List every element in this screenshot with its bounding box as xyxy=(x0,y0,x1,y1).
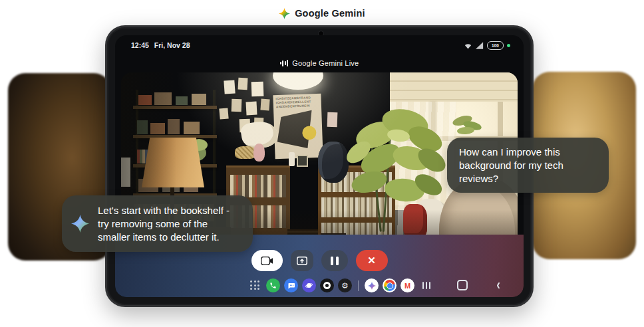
signal-icon xyxy=(476,42,484,49)
gemini-message-text: Let's start with the bookshelf - try rem… xyxy=(98,204,242,243)
battery-icon: 100 xyxy=(487,41,504,50)
gemini-sparkle-icon xyxy=(279,8,290,19)
camera-in-use-indicator xyxy=(507,44,510,47)
pause-icon xyxy=(336,257,339,265)
gmail-app-icon[interactable]: M xyxy=(401,278,414,292)
close-icon: ✕ xyxy=(367,255,376,267)
session-controls: ✕ xyxy=(115,249,524,272)
apps-grid-icon xyxy=(250,280,260,290)
user-message-text: How can I improve this background for my… xyxy=(459,146,564,184)
camera-lens-icon xyxy=(323,282,331,289)
screen-share-icon xyxy=(297,257,307,265)
phone-app-icon[interactable] xyxy=(266,278,280,292)
gemini-sparkle-icon xyxy=(71,215,89,233)
back-chevron-icon: ‹ xyxy=(496,278,500,292)
pause-button[interactable] xyxy=(321,250,348,271)
internet-app-icon[interactable] xyxy=(302,278,316,292)
screen-share-button[interactable] xyxy=(291,250,313,271)
settings-app-icon[interactable]: ⚙ xyxy=(338,278,352,292)
chrome-icon xyxy=(384,280,395,291)
date: Fri, Nov 28 xyxy=(154,41,190,49)
gear-icon: ⚙ xyxy=(341,282,349,290)
gmail-m-icon: M xyxy=(404,282,410,290)
planet-icon xyxy=(305,281,313,290)
stage: Google Gemini 12:45 Fri, Nov 28 xyxy=(0,0,644,327)
home-icon xyxy=(457,280,468,290)
messages-app-icon[interactable] xyxy=(284,278,298,292)
chat-bubble-icon xyxy=(287,282,295,290)
home-button[interactable] xyxy=(456,278,469,292)
google-gemini-logo: Google Gemini xyxy=(0,5,644,21)
pause-icon xyxy=(331,257,333,265)
logo-text: Google Gemini xyxy=(295,8,365,19)
recents-icon xyxy=(422,282,431,289)
nav-buttons: ‹ xyxy=(420,278,505,292)
gemini-star-icon xyxy=(368,282,376,290)
app-bar: Google Gemini Live xyxy=(115,56,524,70)
status-bar: 12:45 Fri, Nov 28 100 xyxy=(115,35,524,55)
gemini-live-icon xyxy=(280,60,289,66)
gemini-app-icon[interactable] xyxy=(365,278,379,292)
camera-app-icon[interactable] xyxy=(320,278,334,292)
app-drawer-button[interactable] xyxy=(248,278,262,292)
app-title: Google Gemini Live xyxy=(292,59,359,67)
recents-button[interactable] xyxy=(420,278,433,292)
wifi-icon xyxy=(464,42,472,49)
dock-divider xyxy=(358,280,359,291)
gemini-chat-bubble: Let's start with the bookshelf - try rem… xyxy=(62,195,253,252)
app-dock: ⚙ xyxy=(248,278,414,292)
phone-icon xyxy=(269,282,277,289)
chrome-app-icon[interactable] xyxy=(383,278,397,292)
camera-toggle-button[interactable] xyxy=(251,250,283,271)
end-session-button[interactable]: ✕ xyxy=(356,250,388,271)
video-camera-icon xyxy=(261,257,273,265)
clock: 12:45 xyxy=(131,41,149,49)
taskbar: ⚙ xyxy=(115,277,524,294)
user-chat-bubble: How can I improve this background for my… xyxy=(447,138,609,193)
back-button[interactable]: ‹ xyxy=(492,278,505,292)
